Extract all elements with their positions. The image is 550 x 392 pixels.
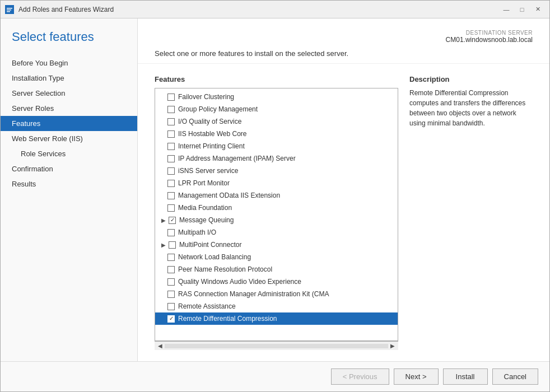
install-button[interactable]: Install <box>443 368 488 385</box>
navigation: Before You BeginInstallation TypeServer … <box>1 55 137 192</box>
feature-item[interactable]: ▶Message Queuing <box>155 214 398 226</box>
feature-label: Peer Name Resolution Protocol <box>178 265 272 273</box>
features-section: Features Failover ClusteringGroup Policy… <box>155 75 398 350</box>
feature-checkbox[interactable] <box>169 241 176 249</box>
main-header: DESTINATION SERVER CM01.windowsnoob.lab.… <box>138 18 549 64</box>
feature-label: Media Foundation <box>178 204 232 212</box>
feature-label: RAS Connection Manager Administration Ki… <box>178 290 329 298</box>
minimize-button[interactable]: — <box>499 4 514 15</box>
description-label: Description <box>409 75 533 83</box>
feature-item[interactable]: Remote Assistance <box>155 300 398 312</box>
cancel-button[interactable]: Cancel <box>492 368 538 385</box>
nav-item-installation-type[interactable]: Installation Type <box>1 71 137 86</box>
description-section: Description Remote Differential Compress… <box>409 75 533 350</box>
titlebar: Add Roles and Features Wizard — □ ✕ <box>1 1 549 18</box>
feature-label: Internet Printing Client <box>178 142 245 150</box>
feature-item[interactable]: Remote Differential Compression <box>155 312 398 325</box>
feature-label: MultiPoint Connector <box>179 241 241 249</box>
scroll-bar[interactable] <box>165 344 388 348</box>
feature-checkbox[interactable] <box>167 266 175 273</box>
svg-rect-2 <box>7 10 11 11</box>
feature-checkbox[interactable] <box>167 254 175 261</box>
feature-checkbox[interactable] <box>167 167 175 175</box>
wizard-window: Add Roles and Features Wizard — □ ✕ Sele… <box>0 0 550 392</box>
description-text: Remote Differential Compression computes… <box>409 88 533 128</box>
feature-item[interactable]: Management OData IIS Extension <box>155 189 398 202</box>
feature-label: Management OData IIS Extension <box>178 192 280 199</box>
feature-checkbox[interactable] <box>167 229 175 236</box>
nav-item-results[interactable]: Results <box>1 176 137 192</box>
feature-checkbox[interactable] <box>169 217 176 224</box>
feature-item[interactable]: Network Load Balancing <box>155 251 398 263</box>
feature-checkbox[interactable] <box>167 303 175 310</box>
feature-checkbox[interactable] <box>167 94 175 101</box>
feature-label: Remote Differential Compression <box>178 315 277 323</box>
expand-button[interactable]: ▶ <box>160 241 167 249</box>
features-list[interactable]: Failover ClusteringGroup Policy Manageme… <box>155 88 398 340</box>
feature-label: Multipath I/O <box>178 228 216 236</box>
feature-label: Quality Windows Audio Video Experience <box>178 278 301 286</box>
feature-item[interactable]: Quality Windows Audio Video Experience <box>155 276 398 288</box>
svg-rect-3 <box>7 11 10 12</box>
expand-button[interactable]: ▶ <box>160 216 167 224</box>
features-list-container: Failover ClusteringGroup Policy Manageme… <box>155 88 398 341</box>
previous-button[interactable]: < Previous <box>331 368 389 385</box>
nav-item-server-roles[interactable]: Server Roles <box>1 101 137 116</box>
features-label: Features <box>155 75 398 83</box>
feature-checkbox[interactable] <box>167 106 175 113</box>
feature-checkbox[interactable] <box>167 180 175 187</box>
destination-name: CM01.windowsnoob.lab.local <box>155 36 533 44</box>
feature-item[interactable]: Media Foundation <box>155 202 398 214</box>
nav-item-web-server-role[interactable]: Web Server Role (IIS) <box>1 131 137 146</box>
feature-checkbox[interactable] <box>167 130 175 138</box>
feature-label: Group Policy Management <box>178 105 258 113</box>
feature-item[interactable]: Group Policy Management <box>155 103 398 115</box>
scroll-left-arrow[interactable]: ◀ <box>156 343 165 349</box>
nav-item-features[interactable]: Features <box>1 116 137 131</box>
window-title: Add Roles and Features Wizard <box>18 6 499 13</box>
feature-item[interactable]: Multipath I/O <box>155 226 398 239</box>
wizard-content: Select features Before You BeginInstalla… <box>1 18 549 361</box>
feature-checkbox[interactable] <box>167 143 175 150</box>
window-controls: — □ ✕ <box>499 4 545 15</box>
nav-item-before-you-begin[interactable]: Before You Begin <box>1 55 137 71</box>
feature-label: Network Load Balancing <box>178 253 251 261</box>
svg-rect-1 <box>7 8 12 9</box>
feature-checkbox[interactable] <box>167 315 175 323</box>
feature-item[interactable]: RAS Connection Manager Administration Ki… <box>155 288 398 300</box>
feature-label: I/O Quality of Service <box>178 118 241 125</box>
feature-item[interactable]: iSNS Server service <box>155 165 398 177</box>
feature-checkbox[interactable] <box>167 204 175 212</box>
feature-item[interactable]: IP Address Management (IPAM) Server <box>155 152 398 165</box>
feature-checkbox[interactable] <box>167 155 175 162</box>
feature-checkbox[interactable] <box>167 118 175 125</box>
feature-item[interactable]: Failover Clustering <box>155 91 398 103</box>
next-button[interactable]: Next > <box>394 368 439 385</box>
nav-item-confirmation[interactable]: Confirmation <box>1 161 137 176</box>
feature-item[interactable]: Internet Printing Client <box>155 140 398 152</box>
feature-item[interactable]: ▶MultiPoint Connector <box>155 239 398 251</box>
destination-label: DESTINATION SERVER <box>155 30 533 36</box>
feature-label: LPR Port Monitor <box>178 179 230 187</box>
feature-item[interactable]: Peer Name Resolution Protocol <box>155 263 398 276</box>
feature-item[interactable]: LPR Port Monitor <box>155 177 398 189</box>
feature-label: IIS Hostable Web Core <box>178 130 247 138</box>
nav-item-role-services[interactable]: Role Services <box>1 146 137 161</box>
destination-server-info: DESTINATION SERVER CM01.windowsnoob.lab.… <box>155 30 533 44</box>
main-body: Features Failover ClusteringGroup Policy… <box>138 64 549 361</box>
feature-label: Message Queuing <box>179 216 234 224</box>
maximize-button[interactable]: □ <box>515 4 529 15</box>
feature-item[interactable]: IIS Hostable Web Core <box>155 128 398 140</box>
nav-item-server-selection[interactable]: Server Selection <box>1 86 137 101</box>
app-icon <box>5 5 14 14</box>
footer: < Previous Next > Install Cancel <box>1 361 549 391</box>
page-title: Select features <box>1 30 137 55</box>
horizontal-scrollbar[interactable]: ◀ ▶ <box>155 341 398 350</box>
feature-checkbox[interactable] <box>167 291 175 298</box>
scroll-right-arrow[interactable]: ▶ <box>388 343 397 349</box>
feature-checkbox[interactable] <box>167 278 175 286</box>
feature-item[interactable]: I/O Quality of Service <box>155 115 398 128</box>
main-panel: DESTINATION SERVER CM01.windowsnoob.lab.… <box>138 18 549 361</box>
feature-checkbox[interactable] <box>167 192 175 199</box>
close-button[interactable]: ✕ <box>530 4 545 15</box>
